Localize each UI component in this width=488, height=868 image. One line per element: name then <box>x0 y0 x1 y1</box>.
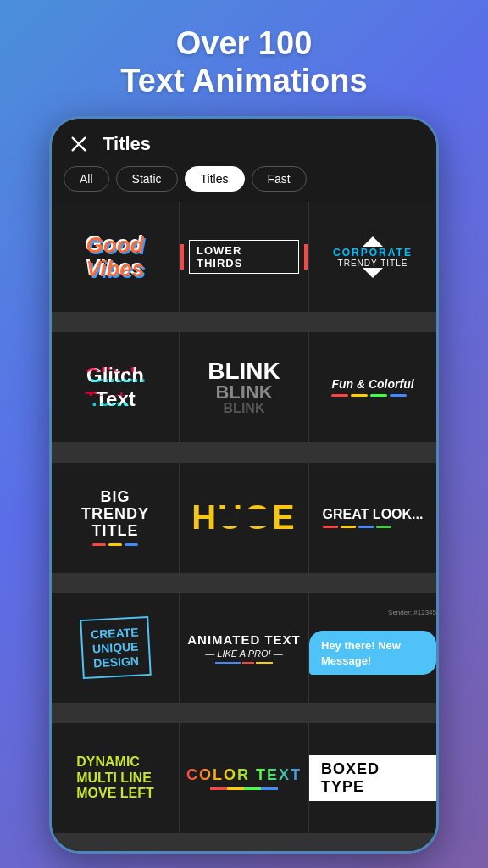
message-text: Hey there! New Message! <box>321 639 401 667</box>
header-line1: Over 100 <box>176 25 313 61</box>
glitch-line2: Text <box>86 387 144 411</box>
grid-item-color-text[interactable]: COLOR TEXT <box>180 723 308 833</box>
big-trendy-text: BIGTRENDYTITLE <box>81 489 149 539</box>
dynamic-multi-text: DYNAMICMULTI LINEMOVE LEFT <box>76 754 154 801</box>
phone-container: Titles All Static Titles Fast Good Vibes… <box>49 116 439 854</box>
blink-text-1: BLINK <box>208 359 280 383</box>
boxed-type-text: BOXED TYPE <box>321 760 380 795</box>
color-text-bar <box>210 787 278 790</box>
good-vibes-line1: Good <box>86 233 144 258</box>
grid-item-huge[interactable]: HUGE CUT OUT TEXT <box>180 463 308 573</box>
great-look-text: GREAT LOOK... <box>323 507 424 522</box>
message-bubble: Hey there! New Message! <box>309 631 436 675</box>
corporate-label: CORPORATE <box>333 247 413 259</box>
close-button[interactable] <box>67 132 91 156</box>
animated-text-main: ANIMATED TEXT <box>187 632 301 647</box>
tab-static[interactable]: Static <box>116 166 178 192</box>
grid-item-good-vibes[interactable]: Good Vibes <box>52 202 179 312</box>
lower-thirds-text: LOWER THIRDS <box>189 240 299 274</box>
glitch-line1: Glitch <box>86 364 144 387</box>
grid-item-animated-text[interactable]: ANIMATED TEXT — LIKE A PRO! — <box>180 593 308 703</box>
great-look-bar <box>323 526 424 528</box>
grid-item-create-unique[interactable]: CREATEUNIQUEDESIGN <box>52 593 179 703</box>
grid-item-boxed-type[interactable]: BOXED TYPE <box>309 723 436 833</box>
grid-item-big-trendy[interactable]: BIGTRENDYTITLE <box>52 463 179 573</box>
top-bar: Titles <box>52 119 436 166</box>
grid-item-lower-thirds[interactable]: LOWER THIRDS <box>180 202 308 312</box>
good-vibes-line2: Vibes <box>86 257 144 281</box>
filter-tabs: All Static Titles Fast <box>52 166 436 202</box>
header-title: Over 100 Text Animations <box>120 25 367 99</box>
diamond-top <box>363 236 383 247</box>
cut-out-label: CUT OUT TEXT <box>218 509 270 526</box>
grid-container: Good Vibes LOWER THIRDS CORPORATE TRENDY… <box>52 202 436 851</box>
create-unique-text: CREATEUNIQUEDESIGN <box>90 626 140 670</box>
tab-all[interactable]: All <box>64 166 109 192</box>
message-meta: Sender: #12345 <box>388 609 436 616</box>
grid-item-hey-message[interactable]: Sender: #12345 Hey there! New Message! <box>309 593 436 703</box>
grid-item-dynamic-multi[interactable]: DYNAMICMULTI LINEMOVE LEFT <box>52 723 179 833</box>
tab-fast[interactable]: Fast <box>252 166 307 192</box>
grid-item-great-look[interactable]: GREAT LOOK... <box>309 463 436 573</box>
animated-text-sub: — LIKE A PRO! — <box>187 648 301 659</box>
lower-thirds-bar-left <box>180 244 184 270</box>
animated-text-line <box>187 662 301 664</box>
create-box: CREATEUNIQUEDESIGN <box>80 616 151 680</box>
screen-title: Titles <box>103 133 151 155</box>
fun-colorful-lines <box>331 394 407 397</box>
grid-item-corporate[interactable]: CORPORATE TRENDY TITLE <box>309 202 436 312</box>
blink-text-3: BLINK <box>208 402 280 415</box>
grid-item-glitch[interactable]: Glitch Text <box>52 332 179 442</box>
diamond-bottom <box>363 268 383 278</box>
lower-thirds-bar-right <box>304 244 308 270</box>
corporate-subtitle: TRENDY TITLE <box>333 259 413 268</box>
tab-titles[interactable]: Titles <box>185 166 245 192</box>
grid-item-fun-colorful[interactable]: Fun & Colorful <box>309 332 436 442</box>
boxed-type: BOXED TYPE <box>309 755 436 801</box>
blink-text-2: BLINK <box>208 383 280 402</box>
color-text-main: COLOR TEXT <box>186 766 302 784</box>
fun-colorful-text: Fun & Colorful <box>331 377 413 391</box>
big-trendy-underline <box>81 543 149 546</box>
header-line2: Text Animations <box>120 63 367 98</box>
grid-item-blink[interactable]: BLINK BLINK BLINK <box>180 332 308 442</box>
